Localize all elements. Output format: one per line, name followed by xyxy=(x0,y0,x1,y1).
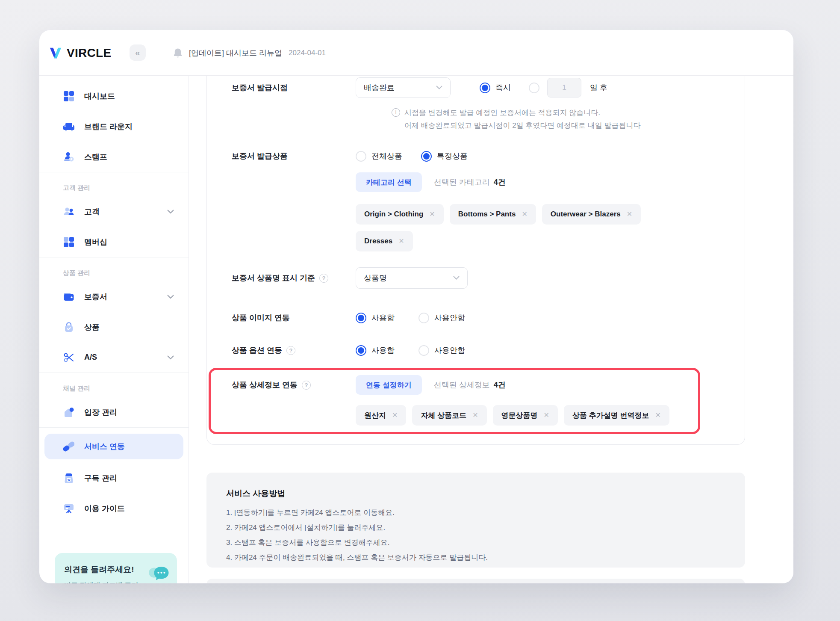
sidebar-item-dashboard[interactable]: 대시보드 xyxy=(39,81,189,111)
usage-step: 3. 스탬프 혹은 보증서를 사용함으로 변경해주세요. xyxy=(226,535,725,550)
option-sync-label: 상품 옵션 연동 xyxy=(232,345,282,355)
detail-tag: 원산지 ✕ xyxy=(356,405,406,426)
help-icon[interactable]: ? xyxy=(302,381,311,390)
close-icon[interactable]: ✕ xyxy=(398,238,404,245)
stamp-icon xyxy=(63,151,74,163)
sidebar-item-stamp[interactable]: 스탬프 xyxy=(39,142,189,172)
issue-timing-select[interactable]: 배송완료 xyxy=(356,77,451,98)
option-sync-radio-on[interactable]: 사용함 xyxy=(356,345,395,356)
issue-timing-radio-immediate[interactable]: 즉시 xyxy=(480,83,511,93)
chevron-down-icon xyxy=(167,355,174,360)
selected-category-info: 선택된 카테고리 4건 xyxy=(434,177,506,187)
sidebar-item-product[interactable]: 상품 xyxy=(39,312,189,342)
category-tag-list: Origin > Clothing ✕ Bottoms > Pants ✕ Ou… xyxy=(356,204,693,251)
chevron-down-icon xyxy=(436,86,442,90)
sidebar-item-service-link[interactable]: 서비스 연동 xyxy=(44,434,183,459)
shopping-bag-w-icon: w xyxy=(63,473,74,484)
brand-name: VIRCLE xyxy=(67,46,111,60)
name-display-select[interactable]: 상품명 xyxy=(356,267,468,289)
close-icon[interactable]: ✕ xyxy=(472,412,478,419)
close-icon[interactable]: ✕ xyxy=(392,412,398,419)
radio-unselected-icon xyxy=(419,345,429,356)
detail-tag: 영문상품명 ✕ xyxy=(493,405,558,426)
days-count-input[interactable] xyxy=(547,78,581,98)
chevron-down-icon xyxy=(167,210,174,214)
name-display-select-value: 상품명 xyxy=(364,273,387,283)
radio-selected-icon xyxy=(356,345,366,356)
link-settings-button[interactable]: 연동 설정하기 xyxy=(356,375,422,395)
selected-category-count: 4건 xyxy=(494,177,506,187)
tag-label: Origin > Clothing xyxy=(364,210,423,219)
option-sync-radio-off[interactable]: 사용안함 xyxy=(419,345,465,356)
radio-unselected-icon xyxy=(529,83,539,93)
link-icon xyxy=(63,441,74,452)
tag-label: 상품 추가설명 번역정보 xyxy=(572,411,649,420)
row-option-sync: 상품 옵션 연동 ? 사용함 사용안함 xyxy=(232,340,725,361)
row-issue-products: 보증서 발급상품 전체상품 특정상품 xyxy=(232,146,725,166)
svg-text:w: w xyxy=(67,478,70,482)
tag-label: 원산지 xyxy=(364,411,386,420)
announcement-bar[interactable]: [업데이트] 대시보드 리뉴얼 2024-04-01 xyxy=(173,30,326,76)
sidebar-collapse-button[interactable]: « xyxy=(130,44,146,61)
sidebar-item-entry[interactable]: 입장 관리 xyxy=(39,397,189,427)
help-icon[interactable]: ? xyxy=(319,274,328,283)
app-window: VIRCLE « [업데이트] 대시보드 리뉴얼 2024-04-01 xyxy=(39,30,793,583)
sofa-icon xyxy=(63,121,74,132)
selected-detail-info: 선택된 상세정보 4건 xyxy=(434,380,506,390)
feedback-card[interactable]: 의견을 들려주세요! 버클 팀에게 피드백 주기 xyxy=(55,553,177,583)
row-category-picker: 카테고리 선택 선택된 카테고리 4건 xyxy=(232,172,725,192)
sidebar-item-after-service[interactable]: A/S xyxy=(39,342,189,373)
issue-products-label: 보증서 발급상품 xyxy=(232,151,356,161)
close-icon[interactable]: ✕ xyxy=(655,412,660,419)
issue-timing-label: 보증서 발급시점 xyxy=(232,83,356,93)
issue-products-radio-all[interactable]: 전체상품 xyxy=(356,151,402,162)
issue-timing-select-value: 배송완료 xyxy=(364,83,395,93)
close-icon[interactable]: ✕ xyxy=(544,412,549,419)
category-select-button[interactable]: 카테고리 선택 xyxy=(356,172,422,192)
membership-grid-icon xyxy=(63,237,74,248)
radio-selected-icon xyxy=(356,313,366,323)
detail-sync-label: 상품 상세정보 연동 xyxy=(232,380,298,390)
image-sync-radio-on[interactable]: 사용함 xyxy=(356,313,395,323)
name-display-label: 보증서 상품명 표시 기준 xyxy=(232,273,315,283)
settings-form-card: 보증서 발급시점 배송완료 즉시 일 후 xyxy=(206,76,745,445)
days-suffix-label: 일 후 xyxy=(590,83,607,93)
close-icon[interactable]: ✕ xyxy=(627,211,632,218)
sidebar-section-channel: 채널 관리 xyxy=(39,373,189,397)
tag-label: Bottoms > Pants xyxy=(458,210,516,219)
close-icon[interactable]: ✕ xyxy=(429,211,435,218)
sidebar-item-membership[interactable]: 멤버십 xyxy=(39,227,189,257)
radio-label: 특정상품 xyxy=(437,151,468,161)
info-icon: i xyxy=(392,108,400,117)
notice-date: 2024-04-01 xyxy=(289,49,326,57)
sidebar-item-warranty[interactable]: 보증서 xyxy=(39,281,189,312)
sidebar-section-product: 상품 관리 xyxy=(39,257,189,281)
row-issue-timing: 보증서 발급시점 배송완료 즉시 일 후 xyxy=(232,77,725,98)
sidebar-item-brand-lounge[interactable]: 브랜드 라운지 xyxy=(39,111,189,142)
radio-label: 사용함 xyxy=(371,345,395,355)
sidebar-item-label: 멤버십 xyxy=(84,237,107,247)
sidebar-divider xyxy=(39,427,189,428)
sidebar-item-label: 브랜드 라운지 xyxy=(84,121,133,132)
close-icon[interactable]: ✕ xyxy=(522,211,527,218)
chevron-down-icon xyxy=(453,276,460,280)
image-sync-radio-off[interactable]: 사용안함 xyxy=(419,313,465,323)
sidebar-item-subscription[interactable]: w 구독 관리 xyxy=(39,463,189,493)
tag-label: Outerwear > Blazers xyxy=(551,210,621,219)
radio-label: 사용안함 xyxy=(434,313,465,323)
issue-timing-radio-after-days[interactable] xyxy=(529,83,539,93)
selected-detail-prefix: 선택된 상세정보 xyxy=(434,380,490,390)
notification-bell-icon[interactable] xyxy=(173,48,183,58)
image-sync-label: 상품 이미지 연동 xyxy=(232,313,356,323)
help-icon[interactable]: ? xyxy=(286,346,295,355)
issue-products-radio-specific[interactable]: 특정상품 xyxy=(421,151,468,162)
sidebar-item-label: A/S xyxy=(84,353,97,362)
usage-step: 4. 카페24 주문이 배송완료되었을 때, 스탬프 혹은 보증서가 자동으로 … xyxy=(226,550,725,565)
row-name-display: 보증서 상품명 표시 기준 ? 상품명 xyxy=(232,267,725,289)
brand-logo: VIRCLE xyxy=(49,30,111,76)
category-tag: Origin > Clothing ✕ xyxy=(356,204,444,225)
sidebar-item-guide[interactable]: 이용 가이드 xyxy=(39,493,189,523)
tag-label: Dresses xyxy=(364,237,392,245)
sidebar-item-customer[interactable]: 고객 xyxy=(39,196,189,227)
brand-logo-icon xyxy=(49,46,62,60)
